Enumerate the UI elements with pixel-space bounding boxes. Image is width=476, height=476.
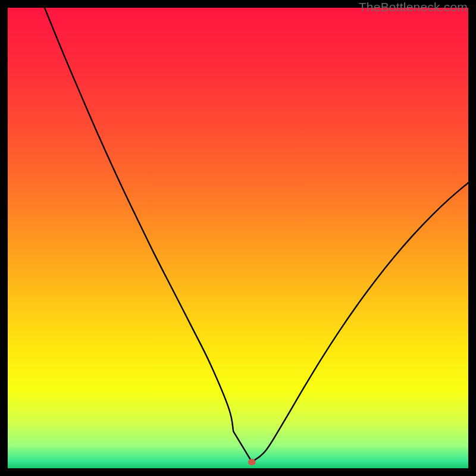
optimal-marker [248,459,256,465]
gradient-background [8,8,468,468]
bottleneck-chart [8,8,468,468]
chart-frame [8,8,468,468]
attribution-label: TheBottleneck.com [359,0,468,14]
